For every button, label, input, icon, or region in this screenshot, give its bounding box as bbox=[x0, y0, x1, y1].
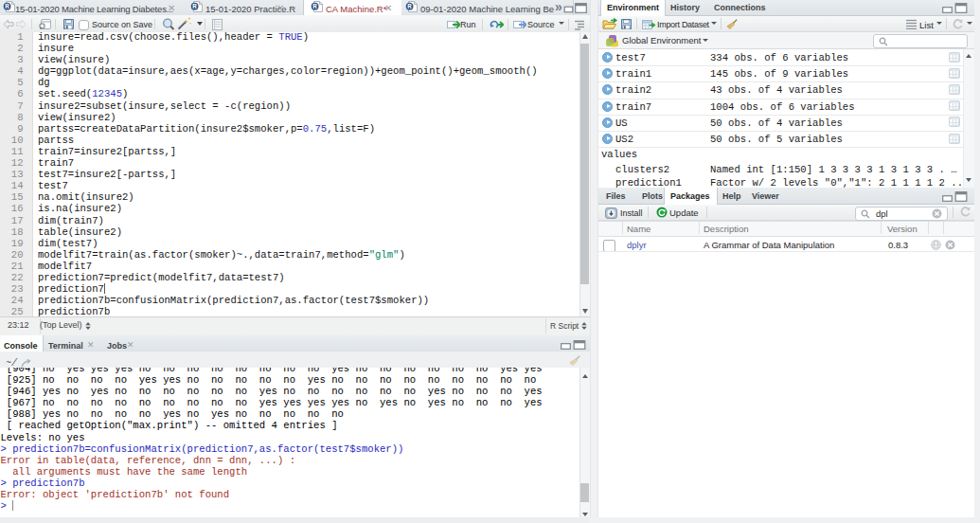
svg-text:R: R bbox=[312, 3, 317, 9]
svg-text:R: R bbox=[192, 3, 197, 9]
svg-text:R: R bbox=[407, 3, 412, 9]
svg-text:R: R bbox=[5, 3, 9, 9]
